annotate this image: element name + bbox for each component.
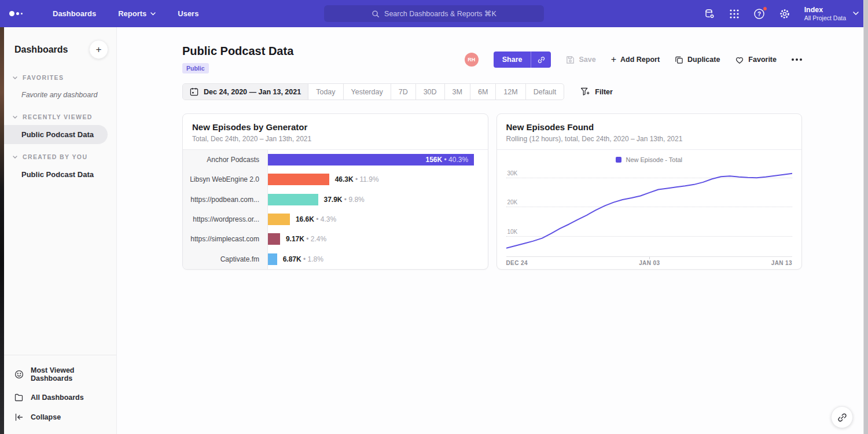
save-label: Save [579, 56, 595, 64]
nav-item-reports[interactable]: Reports [110, 9, 164, 18]
duplicate-button[interactable]: Duplicate [675, 56, 720, 64]
action-bar: RH Share Save + Add Report Duplicate [465, 52, 802, 68]
help-icon[interactable]: ? [753, 8, 765, 20]
app-logo[interactable] [9, 11, 23, 16]
bar-value-label: 9.17K • 2.4% [286, 235, 326, 243]
preset-3m[interactable]: 3M [445, 84, 470, 100]
page-title: Public Podcast Data [182, 45, 293, 58]
bar-category-label: https://simplecast.com [183, 229, 268, 249]
sidebar: Dashboards + FAVORITES Favorite any dash… [4, 27, 117, 434]
chevron-down-icon [13, 116, 17, 119]
collapse-label: Collapse [31, 413, 61, 421]
toolbar-row: Dec 24, 2020 — Jan 13, 2021 Today Yester… [182, 83, 802, 100]
bar[interactable] [268, 194, 318, 205]
nav-left: Dashboards Reports Users [9, 9, 207, 18]
date-range-button[interactable]: Dec 24, 2020 — Jan 13, 2021 [183, 84, 308, 100]
public-badge: Public [182, 63, 209, 73]
bar-value-label: 46.3K • 11.9% [335, 175, 379, 183]
share-button[interactable]: Share [494, 52, 532, 68]
top-nav: Dashboards Reports Users Search Dashboar… [0, 0, 868, 27]
nav-item-reports-label: Reports [118, 9, 146, 18]
bar-category-label: Libsyn WebEngine 2.0 [183, 170, 268, 189]
sidebar-item-public-podcast-data-created[interactable]: Public Podcast Data [4, 165, 116, 184]
notification-badge [763, 6, 767, 11]
nav-item-users[interactable]: Users [170, 9, 207, 18]
bar-row: Captivate.fm6.87K • 1.8% [183, 249, 488, 269]
add-report-button[interactable]: + Add Report [611, 54, 660, 65]
share-split-button: Share [494, 52, 551, 68]
bar-track: 156K • 40.3% [268, 150, 488, 170]
sidebar-header: Dashboards + [4, 27, 116, 65]
most-viewed-dashboards-label: Most Viewed Dashboards [31, 366, 106, 382]
nav-item-dashboards[interactable]: Dashboards [45, 9, 104, 18]
x-tick-jan-13: JAN 13 [771, 260, 792, 266]
preset-12m[interactable]: 12M [496, 84, 525, 100]
bar-value-label: 16.6K • 4.3% [296, 215, 336, 223]
save-button[interactable]: Save [566, 56, 595, 64]
preset-30d[interactable]: 30D [416, 84, 445, 100]
section-recently-viewed[interactable]: RECENTLY VIEWED [4, 104, 116, 125]
line-plot[interactable]: 10K20K30K [506, 167, 793, 257]
bar[interactable] [268, 214, 290, 225]
bar-track: 9.17K • 2.4% [268, 229, 488, 249]
bar-card-subtitle: Total, Dec 24th, 2020 – Jan 13th, 2021 [192, 135, 479, 143]
line-series [506, 167, 793, 256]
preset-6m[interactable]: 6M [470, 84, 496, 100]
bar-card-title: New Episodes by Generator [192, 122, 479, 132]
preset-default[interactable]: Default [526, 84, 564, 100]
legend-swatch [616, 157, 621, 163]
search-input[interactable]: Search Dashboards & Reports ⌘K [324, 5, 544, 22]
bar[interactable] [268, 233, 280, 245]
bar-track: 6.87K • 1.8% [268, 249, 488, 269]
filter-button[interactable]: Filter [580, 87, 613, 96]
share-link-button[interactable] [531, 52, 551, 68]
favorite-button[interactable]: Favorite [735, 56, 777, 64]
desktop-edge-strip [0, 27, 4, 434]
title-block: Public Podcast Data Public [182, 45, 293, 73]
page-scrollbar[interactable] [863, 0, 868, 434]
bar-chart[interactable]: Anchor Podcasts156K • 40.3%Libsyn WebEng… [183, 150, 488, 269]
all-dashboards-label: All Dashboards [31, 393, 84, 402]
save-icon [566, 56, 575, 64]
date-range-label: Dec 24, 2020 — Jan 13, 2021 [204, 88, 301, 96]
most-viewed-dashboards-link[interactable]: Most Viewed Dashboards [4, 361, 116, 388]
link-icon [837, 413, 847, 422]
bar-track: 16.6K • 4.3% [268, 209, 488, 229]
preset-7d[interactable]: 7D [391, 84, 416, 100]
bar[interactable] [268, 253, 277, 265]
copy-link-fab[interactable] [831, 406, 853, 428]
section-favorites[interactable]: FAVORITES [4, 65, 116, 86]
project-switcher[interactable]: Index All Project Data [804, 6, 859, 22]
preset-today[interactable]: Today [308, 84, 343, 100]
search-placeholder: Search Dashboards & Reports ⌘K [384, 9, 496, 18]
avatar[interactable]: RH [465, 53, 479, 67]
section-created-by-you[interactable]: CREATED BY YOU [4, 144, 116, 165]
bar-value-label: 37.9K • 9.8% [324, 196, 365, 204]
card-new-episodes-by-generator: New Episodes by Generator Total, Dec 24t… [182, 113, 488, 270]
main-content: Public Podcast Data Public RH Share Save… [117, 27, 863, 434]
sidebar-item-public-podcast-data[interactable]: Public Podcast Data [4, 125, 108, 144]
bar[interactable]: 156K • 40.3% [268, 154, 474, 165]
settings-gear-icon[interactable] [779, 8, 790, 20]
collapse-sidebar-button[interactable]: Collapse [4, 407, 116, 427]
svg-text:?: ? [757, 10, 761, 17]
new-dashboard-button[interactable]: + [89, 40, 108, 59]
apps-grid-icon[interactable] [729, 9, 740, 19]
bar[interactable] [268, 174, 329, 185]
chevron-down-icon [13, 156, 17, 159]
bar-category-label: https://podbean.com... [183, 190, 268, 209]
bar-row: https://wordpress.or...16.6K • 4.3% [183, 209, 488, 229]
section-favorites-label: FAVORITES [23, 74, 64, 81]
report-cards: New Episodes by Generator Total, Dec 24t… [182, 113, 802, 270]
link-icon [537, 56, 546, 64]
preset-yesterday[interactable]: Yesterday [344, 84, 391, 100]
all-dashboards-link[interactable]: All Dashboards [4, 388, 116, 407]
favorites-empty-hint: Favorite any dashboard [4, 86, 116, 104]
x-axis-tick [649, 257, 650, 259]
heart-icon [735, 56, 744, 64]
date-toolbar: Dec 24, 2020 — Jan 13, 2021 Today Yester… [182, 83, 564, 100]
filter-funnel-icon [580, 87, 590, 96]
section-created-by-you-label: CREATED BY YOU [23, 153, 87, 160]
more-menu-button[interactable] [792, 56, 802, 63]
data-management-icon[interactable] [704, 8, 715, 20]
